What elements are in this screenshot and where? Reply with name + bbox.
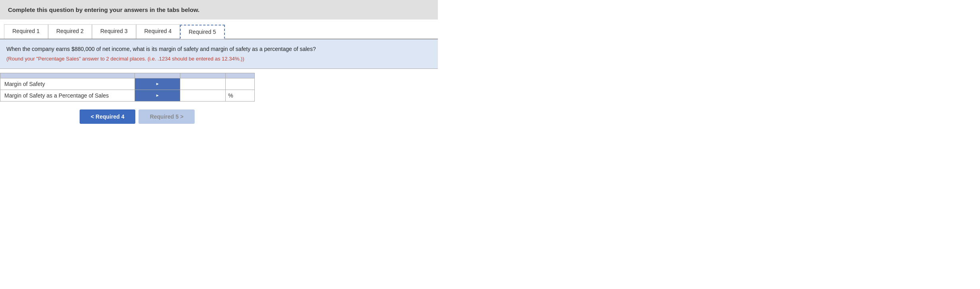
row2-input-cell bbox=[180, 90, 226, 101]
col-header-value bbox=[135, 73, 180, 78]
col-header-unit bbox=[226, 73, 255, 78]
table-area: Margin of Safety ► Margin of Safety as a… bbox=[0, 73, 438, 102]
tab-required-1[interactable]: Required 1 bbox=[4, 24, 48, 39]
tab-required-3[interactable]: Required 3 bbox=[92, 24, 136, 39]
prev-button[interactable]: < Required 4 bbox=[80, 109, 135, 124]
instruction-bar: Complete this question by entering your … bbox=[0, 0, 438, 20]
tab-required-5[interactable]: Required 5 bbox=[180, 25, 225, 39]
tab-required-2[interactable]: Required 2 bbox=[48, 24, 92, 39]
row2-arrow: ► bbox=[135, 90, 180, 101]
row2-label: Margin of Safety as a Percentage of Sale… bbox=[0, 90, 135, 101]
row1-unit bbox=[226, 78, 255, 90]
table-row: Margin of Safety as a Percentage of Sale… bbox=[0, 90, 255, 101]
row1-arrow: ► bbox=[135, 78, 180, 90]
row1-label: Margin of Safety bbox=[0, 78, 135, 90]
row1-input-cell bbox=[180, 78, 226, 90]
tab-required-4[interactable]: Required 4 bbox=[136, 24, 180, 39]
table-row: Margin of Safety ► bbox=[0, 78, 255, 90]
instruction-text: Complete this question by entering your … bbox=[8, 6, 199, 13]
col-header-label bbox=[0, 73, 135, 78]
col-header-value2 bbox=[180, 73, 226, 78]
row2-input[interactable] bbox=[180, 90, 225, 101]
data-table: Margin of Safety ► Margin of Safety as a… bbox=[0, 73, 255, 102]
row1-input[interactable] bbox=[180, 78, 225, 90]
question-area: When the company earns $880,000 of net i… bbox=[0, 39, 438, 69]
nav-buttons: < Required 4 Required 5 > bbox=[80, 109, 438, 124]
tabs-row: Required 1 Required 2 Required 3 Require… bbox=[0, 24, 438, 39]
page-wrapper: Complete this question by entering your … bbox=[0, 0, 438, 124]
next-button[interactable]: Required 5 > bbox=[139, 109, 194, 124]
question-main-text: When the company earns $880,000 of net i… bbox=[6, 45, 431, 53]
question-note-text: (Round your "Percentage Sales" answer to… bbox=[6, 55, 431, 63]
row2-unit: % bbox=[226, 90, 255, 101]
